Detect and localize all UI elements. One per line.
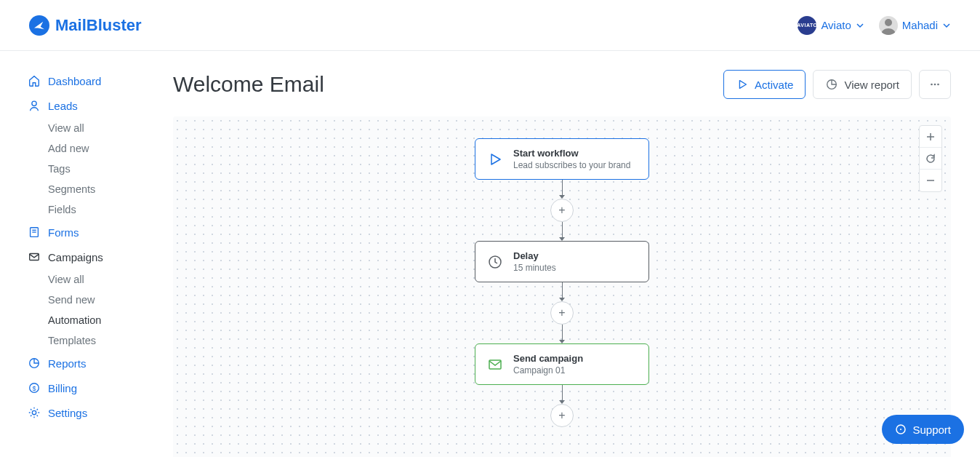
minus-icon <box>925 175 936 186</box>
activate-button[interactable]: Activate <box>723 70 806 99</box>
sidebar-sub-fields[interactable]: Fields <box>48 199 173 220</box>
chevron-down-icon <box>856 21 864 30</box>
workflow-canvas[interactable]: Start workflow Lead subscribes to your b… <box>173 116 951 457</box>
svg-rect-6 <box>30 254 39 261</box>
page-actions: Activate View report <box>723 70 951 99</box>
node-start[interactable]: Start workflow Lead subscribes to your b… <box>475 138 649 180</box>
sidebar-sub-camp-templates[interactable]: Templates <box>48 330 173 351</box>
header-right: AVIATO Aviato Mahadi <box>798 16 951 35</box>
sidebar-sub-camp-viewall[interactable]: View all <box>48 269 173 290</box>
main: Welcome Email Activate View report <box>173 51 980 457</box>
zoom-out-button[interactable] <box>920 170 941 191</box>
add-step-button[interactable]: + <box>550 404 574 427</box>
sidebar-item-settings[interactable]: Settings <box>28 400 173 425</box>
sidebar-item-campaigns[interactable]: Campaigns <box>28 245 173 269</box>
header: MailBluster AVIATO Aviato Mahadi <box>0 0 980 51</box>
brand-name: MailBluster <box>55 16 142 35</box>
sidebar-sub-tags[interactable]: Tags <box>48 159 173 179</box>
node-title: Delay <box>513 250 556 261</box>
plus-icon <box>925 132 936 142</box>
leads-subitems: View all Add new Tags Segments Fields <box>28 118 173 220</box>
button-label: View report <box>844 79 899 91</box>
org-name: Aviato <box>821 19 851 31</box>
clock-icon <box>487 254 503 270</box>
sidebar-sub-viewall[interactable]: View all <box>48 118 173 138</box>
zoom-in-button[interactable] <box>920 126 941 148</box>
sidebar-item-dashboard[interactable]: Dashboard <box>28 68 173 93</box>
chart-icon <box>28 357 41 370</box>
org-avatar: AVIATO <box>798 16 816 35</box>
sidebar-label: Reports <box>48 357 87 370</box>
button-label: Activate <box>755 79 793 91</box>
node-title: Send campaign <box>513 353 583 364</box>
sidebar-label: Billing <box>48 382 77 394</box>
sidebar-sub-segments[interactable]: Segments <box>48 179 173 199</box>
sidebar-item-billing[interactable]: $ Billing <box>28 375 173 400</box>
node-subtitle: 15 minutes <box>513 263 556 273</box>
gear-icon <box>28 406 41 419</box>
report-icon <box>825 78 838 91</box>
node-delay[interactable]: Delay 15 minutes <box>475 241 649 282</box>
add-step-button[interactable]: + <box>550 301 574 325</box>
sidebar-item-forms[interactable]: Forms <box>28 220 173 245</box>
flow: Start workflow Lead subscribes to your b… <box>475 138 649 427</box>
user-name: Mahadi <box>902 19 938 31</box>
node-send[interactable]: Send campaign Campaign 01 <box>475 343 649 385</box>
zoom-controls <box>919 125 942 192</box>
svg-rect-16 <box>489 360 501 369</box>
support-button[interactable]: Support <box>882 415 964 444</box>
envelope-icon <box>487 357 503 373</box>
logo-icon <box>29 15 49 36</box>
play-icon <box>736 78 749 91</box>
sidebar-item-reports[interactable]: Reports <box>28 351 173 375</box>
node-subtitle: Lead subscribes to your brand <box>513 160 630 170</box>
sidebar-label: Leads <box>48 100 78 112</box>
home-icon <box>28 74 41 87</box>
page-title: Welcome Email <box>173 72 324 97</box>
add-step-button[interactable]: + <box>550 199 574 222</box>
node-title: Start workflow <box>513 148 630 159</box>
form-icon <box>28 226 41 239</box>
svg-text:$: $ <box>32 385 36 392</box>
sidebar-label: Forms <box>48 226 79 239</box>
sidebar-item-leads[interactable]: Leads <box>28 93 173 118</box>
dollar-icon: $ <box>28 381 41 394</box>
dots-icon <box>928 78 941 91</box>
sidebar-sub-camp-sendnew[interactable]: Send new <box>48 290 173 310</box>
chevron-down-icon <box>942 21 951 30</box>
play-icon <box>487 151 503 167</box>
sidebar: Dashboard Leads View all Add new Tags Se… <box>0 51 173 457</box>
svg-point-14 <box>937 84 939 86</box>
sidebar-label: Settings <box>48 407 87 419</box>
page-head: Welcome Email Activate View report <box>173 70 951 99</box>
user-avatar <box>879 16 898 35</box>
refresh-icon <box>925 154 936 164</box>
sidebar-label: Dashboard <box>48 75 101 87</box>
zoom-reset-button[interactable] <box>920 148 941 170</box>
svg-point-2 <box>32 101 36 106</box>
sidebar-sub-camp-automation[interactable]: Automation <box>48 310 173 330</box>
sidebar-sub-addnew[interactable]: Add new <box>48 138 173 159</box>
svg-point-10 <box>32 410 36 414</box>
svg-point-1 <box>885 19 892 26</box>
sidebar-label: Campaigns <box>48 251 103 263</box>
logo[interactable]: MailBluster <box>29 15 142 36</box>
more-button[interactable] <box>919 70 951 99</box>
support-label: Support <box>912 424 951 436</box>
chat-icon <box>895 424 907 435</box>
user-icon <box>28 99 41 112</box>
envelope-icon <box>28 250 41 263</box>
svg-point-12 <box>931 84 933 86</box>
org-switcher[interactable]: AVIATO Aviato <box>798 16 864 35</box>
svg-point-13 <box>934 84 936 86</box>
campaigns-subitems: View all Send new Automation Templates <box>28 269 173 351</box>
user-menu[interactable]: Mahadi <box>879 16 951 35</box>
view-report-button[interactable]: View report <box>813 70 912 99</box>
svg-point-18 <box>900 429 901 430</box>
node-subtitle: Campaign 01 <box>513 365 583 375</box>
